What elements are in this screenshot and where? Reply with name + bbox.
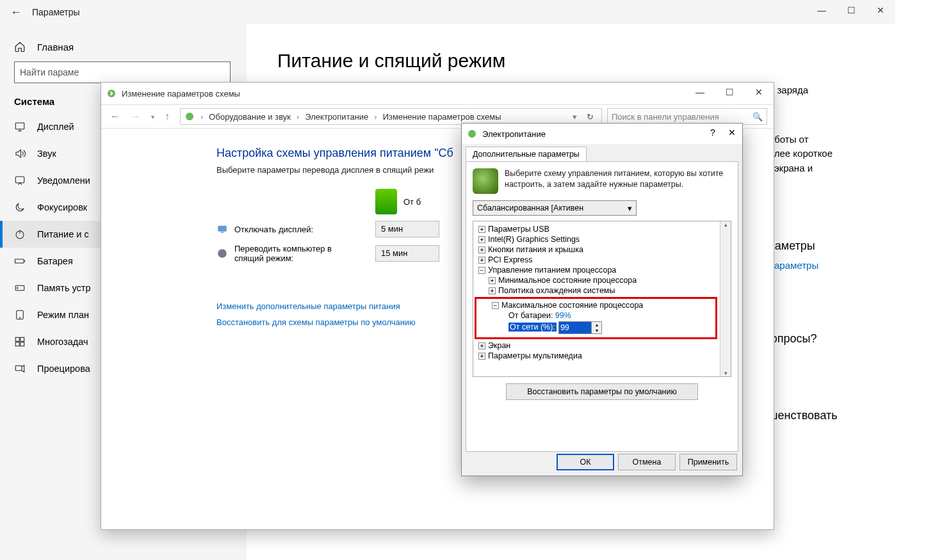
sidebar-item-label: Многозадач bbox=[37, 337, 88, 347]
svg-rect-11 bbox=[20, 342, 24, 346]
battery-icon bbox=[375, 189, 397, 214]
svg-point-17 bbox=[218, 249, 227, 258]
rp-heading: ь вопросы? bbox=[756, 330, 897, 348]
rp-text: а. bbox=[756, 175, 897, 190]
svg-rect-8 bbox=[15, 337, 19, 341]
restore-defaults-button[interactable]: Восстановить параметры по умолчанию bbox=[506, 383, 698, 400]
rp-link[interactable]: ие параметры bbox=[756, 259, 897, 273]
sleep-label: Переводить компьютер в спящий режим: bbox=[234, 244, 362, 263]
display-icon bbox=[14, 121, 26, 132]
multi-icon bbox=[14, 336, 26, 348]
power-plan-icon bbox=[184, 111, 195, 122]
project-icon bbox=[14, 363, 26, 374]
chevron-down-icon: ▾ bbox=[628, 204, 632, 213]
back-button[interactable]: ← bbox=[0, 6, 32, 19]
tree-item-intel[interactable]: Intel(R) Graphics Settings bbox=[488, 235, 580, 244]
svg-rect-12 bbox=[15, 366, 22, 371]
highlighted-section: −Максимальное состояние процессора От ба… bbox=[475, 297, 717, 339]
cpu-max-battery-value[interactable]: 99% bbox=[555, 311, 571, 320]
tree-item-usb[interactable]: Параметры USB bbox=[488, 225, 549, 234]
refresh-icon[interactable]: ↻ bbox=[583, 112, 598, 122]
sidebar-item-label: Фокусировк bbox=[37, 202, 87, 212]
svg-point-5 bbox=[17, 287, 19, 289]
tree-item-cpu-max[interactable]: Максимальное состояние процессора bbox=[501, 301, 643, 310]
home-label: Главная bbox=[37, 42, 74, 52]
nav-back-button[interactable]: ← bbox=[108, 111, 123, 122]
nav-forward-button[interactable]: → bbox=[128, 111, 143, 122]
po-close-button[interactable]: ✕ bbox=[723, 125, 741, 140]
nav-recent-button[interactable]: ▾ bbox=[149, 113, 157, 120]
display-off-label: Отключать дисплей: bbox=[234, 225, 313, 234]
rp-text: ния экрана и bbox=[756, 161, 897, 176]
tree-item-multimedia[interactable]: Параметры мультимедиа bbox=[488, 351, 582, 360]
sidebar-item-label: Режим план bbox=[37, 310, 89, 320]
maximize-button[interactable]: ☐ bbox=[836, 0, 866, 20]
svg-point-18 bbox=[468, 130, 476, 138]
spinner-arrows[interactable]: ▴▾ bbox=[591, 322, 601, 333]
svg-rect-3 bbox=[15, 259, 24, 263]
right-panel: ии и заряда а работы от в более короткое… bbox=[756, 83, 897, 428]
close-button[interactable]: ✕ bbox=[866, 0, 895, 20]
sidebar-item-label: Батарея bbox=[37, 256, 73, 266]
nav-up-button[interactable]: ↑ bbox=[162, 111, 172, 122]
cp-titlebar: Изменение параметров схемы — ☐ ✕ bbox=[101, 83, 774, 104]
po-title: Электропитание bbox=[482, 129, 546, 139]
tree-item-cpu-min[interactable]: Минимальное состояние процессора bbox=[498, 276, 637, 285]
display-off-icon bbox=[216, 223, 228, 235]
cancel-button[interactable]: Отмена bbox=[618, 454, 676, 470]
rp-text: ии и заряда bbox=[756, 83, 897, 98]
tree-item-buttons[interactable]: Кнопки питания и крышка bbox=[488, 245, 583, 254]
breadcrumb-item[interactable]: Электропитание bbox=[305, 112, 368, 122]
minimize-button[interactable]: — bbox=[807, 0, 836, 20]
cp-minimize-button[interactable]: — bbox=[685, 83, 715, 102]
tree-item-cpu[interactable]: Управление питанием процессора bbox=[488, 266, 616, 275]
ok-button[interactable]: ОК bbox=[557, 454, 614, 470]
display-off-battery-select[interactable]: 5 мин bbox=[375, 221, 439, 237]
sidebar-item-label: Память устр bbox=[37, 283, 91, 293]
cpu-max-plugged-input[interactable] bbox=[559, 322, 591, 333]
tab-advanced[interactable]: Дополнительные параметры bbox=[466, 147, 587, 161]
apply-button[interactable]: Применить bbox=[679, 454, 737, 470]
battery-icon bbox=[14, 255, 26, 267]
tree-item-cooling[interactable]: Политика охлаждения системы bbox=[498, 286, 615, 295]
cp-window-controls: — ☐ ✕ bbox=[685, 83, 774, 102]
cpu-max-plugged-spinner[interactable]: ▴▾ bbox=[558, 321, 602, 334]
home-nav[interactable]: Главная bbox=[0, 36, 247, 61]
scheme-select[interactable]: Сбалансированная [Активен ▾ bbox=[473, 200, 637, 216]
notify-icon bbox=[14, 175, 26, 186]
svg-rect-9 bbox=[20, 337, 24, 341]
svg-point-14 bbox=[186, 113, 193, 120]
svg-rect-16 bbox=[221, 232, 224, 234]
cp-title: Изменение параметров схемы bbox=[122, 89, 240, 99]
tree-item-screen[interactable]: Экран bbox=[488, 341, 510, 350]
settings-tree[interactable]: +Параметры USB +Intel(R) Graphics Settin… bbox=[473, 221, 720, 376]
sleep-battery-select[interactable]: 15 мин bbox=[375, 245, 439, 262]
svg-rect-0 bbox=[15, 123, 24, 129]
on-battery-label: От б bbox=[403, 197, 421, 207]
cpu-max-battery-label: От батареи: bbox=[508, 311, 553, 320]
sidebar-item-label: Уведомлени bbox=[37, 175, 90, 186]
svg-rect-1 bbox=[15, 177, 24, 183]
breadcrumb-item[interactable]: Изменение параметров схемы bbox=[383, 112, 501, 122]
cp-maximize-button[interactable]: ☐ bbox=[715, 83, 744, 102]
search-text: Найти параме bbox=[20, 67, 79, 77]
cpu-max-plugged-label: От сети (%): bbox=[508, 323, 557, 332]
sidebar-item-label: Звук bbox=[37, 148, 56, 159]
settings-title: Параметры bbox=[32, 7, 80, 17]
svg-point-7 bbox=[19, 317, 20, 318]
sleep-icon bbox=[216, 248, 228, 259]
window-controls: — ☐ ✕ bbox=[807, 0, 895, 20]
search-input[interactable]: Найти параме bbox=[14, 61, 231, 83]
tree-item-pci[interactable]: PCI Express bbox=[488, 255, 532, 264]
power-icon bbox=[14, 228, 26, 240]
rp-link[interactable]: щь bbox=[756, 351, 897, 366]
cp-close-button[interactable]: ✕ bbox=[744, 83, 774, 102]
sound-icon bbox=[14, 148, 26, 159]
tree-scrollbar[interactable] bbox=[720, 221, 731, 376]
help-button[interactable]: ? bbox=[704, 125, 722, 140]
rp-heading: ершенствовать bbox=[756, 407, 897, 424]
breadcrumb-item[interactable]: Оборудование и звук bbox=[209, 112, 291, 122]
power-plan-icon bbox=[106, 88, 117, 99]
rp-text: в более короткое bbox=[756, 147, 897, 161]
cp-search-placeholder: Поиск в панели управления bbox=[612, 112, 719, 122]
